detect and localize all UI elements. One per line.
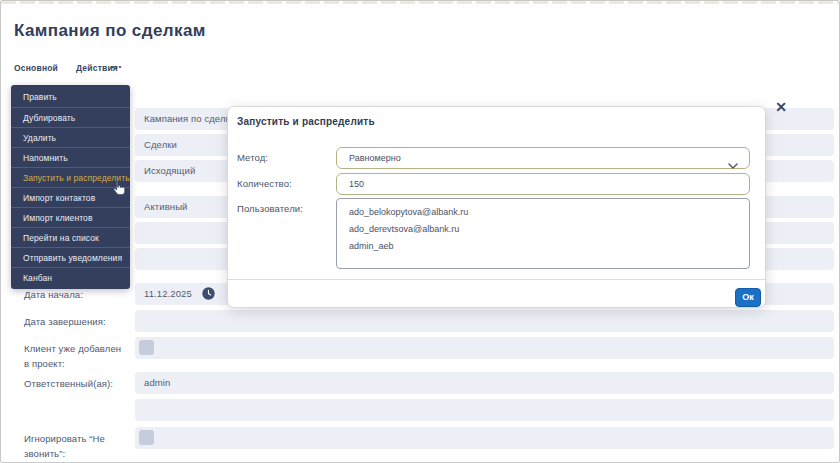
ignore-dnc-field xyxy=(135,427,834,449)
users-label: Пользователи: xyxy=(237,202,332,216)
clock-icon[interactable] xyxy=(202,286,215,308)
form-row-end-date: Дата завершения: xyxy=(1,310,839,332)
menu-item-go-to-list[interactable]: Перейти на список xyxy=(11,227,130,247)
actions-dropdown-menu: Править Дублировать Удалить Напомнить За… xyxy=(11,85,130,289)
start-date-value: 11.12.2025 xyxy=(144,288,192,299)
end-date-field[interactable] xyxy=(135,310,834,332)
menu-item-duplicate[interactable]: Дублировать xyxy=(11,107,130,127)
menu-item-import-contacts[interactable]: Импорт контактов xyxy=(11,187,130,207)
form-row-empty xyxy=(1,399,839,421)
method-selected-value: Равномерно xyxy=(349,153,401,163)
menu-item-delete[interactable]: Удалить xyxy=(11,127,130,147)
assigned-user-field[interactable]: admin xyxy=(135,372,834,394)
form-row-assigned-user: Ответственный(ая): admin xyxy=(1,372,839,394)
menu-item-kanban[interactable]: Канбан xyxy=(11,267,130,287)
quantity-label: Количество: xyxy=(237,173,332,195)
client-added-checkbox[interactable] xyxy=(139,340,154,355)
modal-footer-divider xyxy=(228,279,765,280)
client-added-field xyxy=(135,337,834,359)
ignore-dnc-checkbox[interactable] xyxy=(139,430,154,445)
empty-field[interactable] xyxy=(135,399,834,421)
ok-button[interactable]: Ок xyxy=(735,288,761,307)
menu-item-edit[interactable]: Править xyxy=(11,87,130,107)
run-distribute-modal: Запустить и распределить Метод: Равномер… xyxy=(227,106,766,308)
field-label: Клиент уже добавлен в проект: xyxy=(24,341,128,371)
method-select[interactable]: Равномерно xyxy=(336,147,750,169)
quantity-input[interactable] xyxy=(336,173,750,195)
modal-title: Запустить и распределить xyxy=(237,116,375,127)
close-icon[interactable]: ✕ xyxy=(772,98,790,116)
method-label: Метод: xyxy=(237,147,332,169)
field-label: Дата начала: xyxy=(24,287,128,302)
form-row-client-added: Клиент уже добавлен в проект: xyxy=(1,337,839,359)
menu-item-run-distribute[interactable]: Запустить и распределить xyxy=(11,167,130,187)
menu-item-remind[interactable]: Напомнить xyxy=(11,147,130,167)
field-label: Ответственный(ая): xyxy=(24,376,128,391)
field-label: Дата завершения: xyxy=(24,314,128,329)
form-row-ignore-dnc: Игнорировать “Не звонить”: xyxy=(1,427,839,449)
users-textarea[interactable]: ado_belokopytova@albank.ru ado_derevtsov… xyxy=(336,198,750,269)
menu-item-send-notifications[interactable]: Отправить уведомления xyxy=(11,247,130,267)
menu-item-import-clients[interactable]: Импорт клиентов xyxy=(11,207,130,227)
field-label: Игнорировать “Не звонить”: xyxy=(24,431,128,461)
